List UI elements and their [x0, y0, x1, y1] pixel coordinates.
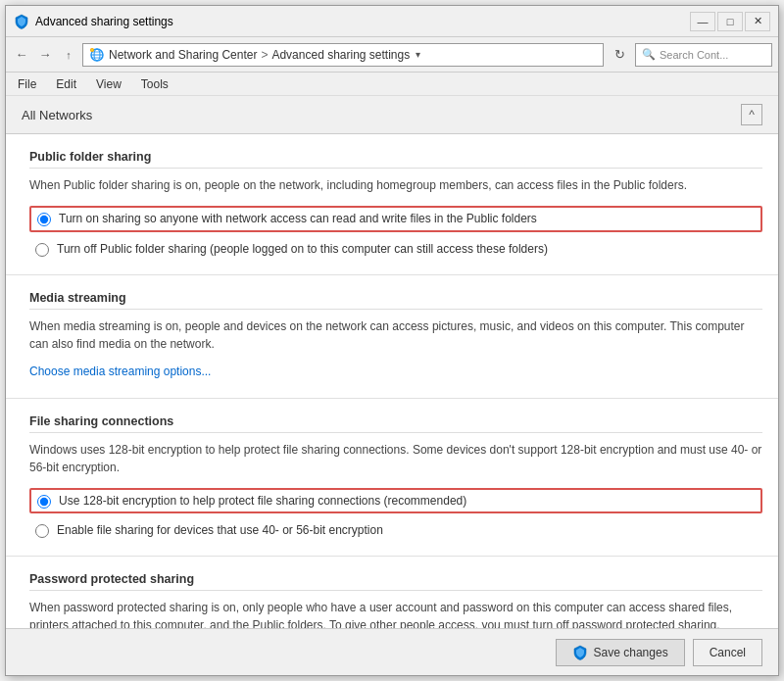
minimize-button[interactable]: — — [690, 12, 715, 31]
media-streaming-description: When media streaming is on, people and d… — [29, 317, 762, 353]
public-off-radio[interactable] — [35, 243, 49, 257]
address-dropdown-arrow[interactable]: ▾ — [414, 49, 422, 60]
encryption-4056-radio[interactable] — [35, 524, 49, 538]
file-sharing-title: File sharing connections — [29, 414, 762, 433]
menu-edit[interactable]: Edit — [48, 75, 84, 93]
back-button[interactable]: ← — [12, 45, 31, 65]
title-bar-title: Advanced sharing settings — [35, 15, 690, 28]
file-sharing-section: File sharing connections Windows uses 12… — [6, 399, 778, 558]
media-streaming-section: Media streaming When media streaming is … — [6, 275, 778, 399]
media-streaming-link[interactable]: Choose media streaming options... — [29, 365, 211, 378]
all-networks-header: All Networks ^ — [6, 96, 778, 134]
window-icon — [14, 14, 29, 29]
save-changes-button[interactable]: Save changes — [556, 639, 685, 666]
search-box[interactable]: 🔍 Search Cont... — [635, 43, 772, 67]
media-streaming-title: Media streaming — [29, 291, 762, 310]
refresh-button[interactable]: ↻ — [608, 43, 631, 67]
close-button[interactable]: ✕ — [745, 12, 770, 31]
title-bar: Advanced sharing settings — □ ✕ — [6, 6, 778, 37]
encryption-4056-option: Enable file sharing for devices that use… — [29, 519, 762, 542]
password-title: Password protected sharing — [29, 572, 762, 591]
save-changes-label: Save changes — [594, 646, 668, 659]
file-sharing-description: Windows uses 128-bit encryption to help … — [29, 441, 762, 476]
password-description: When password protected sharing is on, o… — [29, 599, 762, 628]
public-folder-description: When Public folder sharing is on, people… — [29, 176, 762, 194]
public-off-option: Turn off Public folder sharing (people l… — [29, 238, 762, 261]
search-icon: 🔍 — [642, 48, 656, 61]
address-bar: ← → ↑ Network and Sharing Center > Advan… — [6, 37, 778, 73]
menu-tools[interactable]: Tools — [133, 75, 176, 93]
scroll-content: All Networks ^ Public folder sharing Whe… — [6, 96, 778, 628]
svg-point-6 — [91, 48, 93, 50]
breadcrumb-part2: Advanced sharing settings — [271, 48, 410, 62]
encryption-128-radio[interactable] — [37, 495, 51, 509]
breadcrumb-part1: Network and Sharing Center — [109, 48, 257, 62]
encryption-128-label[interactable]: Use 128-bit encryption to help protect f… — [59, 493, 466, 510]
menu-bar: File Edit View Tools — [6, 73, 778, 96]
public-on-radio[interactable] — [37, 213, 51, 226]
encryption-128-option: Use 128-bit encryption to help protect f… — [29, 488, 762, 514]
public-folder-sharing-section: Public folder sharing When Public folder… — [6, 134, 778, 275]
public-off-label[interactable]: Turn off Public folder sharing (people l… — [57, 241, 548, 258]
main-window: Advanced sharing settings — □ ✕ ← → ↑ Ne… — [5, 5, 779, 676]
public-on-label[interactable]: Turn on sharing so anyone with network a… — [59, 211, 537, 227]
maximize-button[interactable]: □ — [717, 12, 743, 31]
shield-icon — [572, 645, 588, 660]
public-folder-title: Public folder sharing — [29, 150, 762, 169]
chevron-up-icon: ^ — [749, 108, 755, 122]
bottom-bar: Save changes Cancel — [6, 628, 778, 675]
title-bar-controls: — □ ✕ — [690, 12, 770, 31]
password-section: Password protected sharing When password… — [6, 557, 778, 628]
menu-file[interactable]: File — [10, 75, 44, 93]
cancel-button[interactable]: Cancel — [693, 639, 762, 666]
encryption-4056-label[interactable]: Enable file sharing for devices that use… — [57, 522, 383, 539]
all-networks-title: All Networks — [22, 108, 741, 122]
up-button[interactable]: ↑ — [59, 45, 78, 65]
network-icon — [89, 47, 105, 63]
forward-button[interactable]: → — [35, 45, 55, 65]
breadcrumb-sep: > — [261, 48, 268, 62]
content-area: All Networks ^ Public folder sharing Whe… — [6, 96, 778, 628]
address-path[interactable]: Network and Sharing Center > Advanced sh… — [82, 43, 604, 67]
menu-view[interactable]: View — [88, 75, 129, 93]
collapse-button[interactable]: ^ — [741, 104, 762, 125]
search-placeholder: Search Cont... — [660, 49, 728, 61]
public-on-option: Turn on sharing so anyone with network a… — [29, 206, 762, 232]
